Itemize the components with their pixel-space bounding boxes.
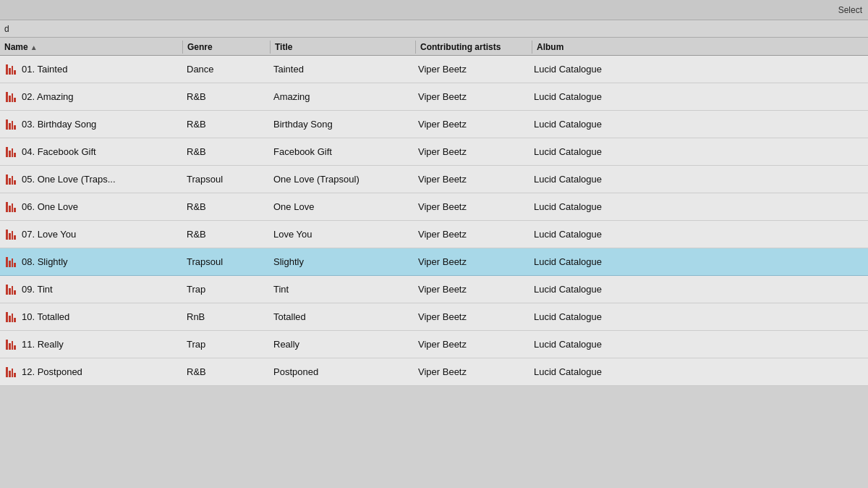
table-row[interactable]: 04. Facebook Gift R&B Facebook Gift Vipe… [0,138,868,166]
table-row[interactable]: 11. Really Trap Really Viper Beetz Lucid… [0,331,868,358]
music-icon [4,201,17,214]
bar2 [9,68,11,75]
col-header-title[interactable]: Title [271,41,415,54]
cell-genre-3: R&B [182,146,269,157]
cell-genre-0: Dance [182,64,269,75]
col-header-contributing[interactable]: Contributing artists [416,41,532,54]
bar4 [14,318,16,322]
table-row[interactable]: 01. Tainted Dance Tainted Viper Beetz Lu… [0,56,868,83]
track-name: 01. Tainted [22,64,67,75]
cell-title-5: One Love [269,201,414,212]
music-bars-icon [6,174,16,185]
table-row[interactable]: 05. One Love (Traps... Trapsoul One Love… [0,166,868,193]
col-contributing-label: Contributing artists [420,42,501,52]
cell-album-11: Lucid Catalogue [529,366,660,377]
music-icon [4,173,17,186]
track-name: 05. One Love (Traps... [22,174,116,185]
bar4 [14,345,16,350]
cell-name-4: 05. One Love (Traps... [0,173,182,186]
music-bars-icon [6,312,16,322]
col-album-label: Album [537,42,563,52]
bar3 [12,258,14,267]
bar2 [9,261,11,267]
col-title-label: Title [275,42,292,52]
cell-album-0: Lucid Catalogue [529,64,660,75]
bar1 [6,174,8,185]
top-bar-text: Select [838,5,862,15]
bar4 [14,125,16,130]
top-bar: Select [0,0,868,20]
cell-title-7: Slightly [269,256,414,267]
cell-name-0: 01. Tainted [0,63,182,76]
cell-contributing-3: Viper Beetz [414,146,529,157]
bar3 [12,176,14,185]
sort-arrow-icon: ▲ [30,43,38,51]
bar4 [14,98,16,102]
col-header-album[interactable]: Album [532,41,663,54]
bar4 [14,208,16,212]
bar1 [6,230,8,240]
bar2 [9,96,11,102]
col-header-name[interactable]: Name ▲ [0,41,182,54]
bar3 [12,203,14,212]
cell-album-8: Lucid Catalogue [529,284,660,295]
table-row[interactable]: 02. Amazing R&B Amazing Viper Beetz Luci… [0,83,868,111]
table-row[interactable]: 08. Slightly Trapsoul Slightly Viper Bee… [0,248,868,276]
track-name: 12. Postponed [22,366,82,377]
music-icon [4,91,17,104]
cell-genre-4: Trapsoul [182,174,269,185]
table-row[interactable]: 03. Birthday Song R&B Birthday Song Vipe… [0,111,868,138]
cell-album-10: Lucid Catalogue [529,339,660,350]
cell-album-4: Lucid Catalogue [529,174,660,185]
bar3 [12,121,14,130]
music-icon [4,366,17,379]
bar4 [14,70,16,75]
track-name: 06. One Love [22,201,78,212]
cell-contributing-10: Viper Beetz [414,339,529,350]
music-bars-icon [6,64,16,75]
col-name-label: Name [4,42,28,52]
bar1 [6,202,8,212]
table-row[interactable]: 09. Tint Trap Tint Viper Beetz Lucid Cat… [0,276,868,303]
cell-genre-10: Trap [182,339,269,350]
music-bars-icon [6,367,16,377]
cell-contributing-1: Viper Beetz [414,91,529,102]
cell-contributing-8: Viper Beetz [414,284,529,295]
bar4 [14,235,16,240]
track-name: 04. Facebook Gift [22,146,96,157]
music-bars-icon [6,202,16,212]
cell-genre-11: R&B [182,366,269,377]
bar3 [12,66,14,75]
table-row[interactable]: 12. Postponed R&B Postponed Viper Beetz … [0,358,868,386]
bar1 [6,367,8,377]
music-icon [4,146,17,159]
table-row[interactable]: 10. Totalled RnB Totalled Viper Beetz Lu… [0,303,868,331]
bar2 [9,288,11,295]
cell-name-5: 06. One Love [0,201,182,214]
bar4 [14,153,16,157]
bar4 [14,180,16,185]
cell-name-10: 11. Really [0,338,182,351]
table-row[interactable]: 06. One Love R&B One Love Viper Beetz Lu… [0,193,868,221]
track-name: 03. Birthday Song [22,119,96,130]
cell-title-0: Tainted [269,64,414,75]
bar2 [9,178,11,185]
music-bars-icon [6,257,16,267]
music-bars-icon [6,230,16,240]
bar2 [9,371,11,377]
table-row[interactable]: 07. Love You R&B Love You Viper Beetz Lu… [0,221,868,248]
cell-name-1: 02. Amazing [0,91,182,104]
bar1 [6,147,8,157]
col-header-genre[interactable]: Genre [183,41,270,54]
music-icon [4,228,17,241]
cell-name-2: 03. Birthday Song [0,118,182,131]
cell-contributing-2: Viper Beetz [414,119,529,130]
cell-name-6: 07. Love You [0,228,182,241]
bar2 [9,123,11,130]
music-icon [4,63,17,76]
music-bars-icon [6,92,16,102]
cell-contributing-5: Viper Beetz [414,201,529,212]
bar2 [9,206,11,212]
col-genre-label: Genre [187,42,213,52]
track-name: 07. Love You [22,229,76,240]
